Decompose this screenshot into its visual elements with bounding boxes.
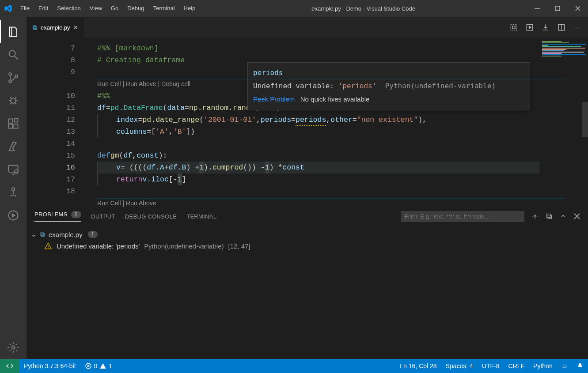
tab-example-py[interactable]: ⧉ example.py ✕ — [27, 17, 85, 38]
menu-view[interactable]: View — [85, 0, 106, 17]
debug-icon[interactable] — [0, 89, 27, 112]
panel-tab-debug-console[interactable]: DEBUG CONSOLE — [125, 213, 177, 220]
hover-tooltip: periods Undefined variable: 'periods' Py… — [247, 62, 530, 110]
code-line[interactable]: #%% [markdown] — [97, 42, 159, 54]
status-encoding[interactable]: UTF-8 — [478, 362, 504, 369]
chevron-down-icon: ⌄ — [31, 230, 37, 238]
menu-help[interactable]: Help — [179, 0, 200, 17]
vscode-logo-icon — [0, 4, 16, 13]
menu-go[interactable]: Go — [106, 0, 123, 17]
notifications-bell-icon[interactable] — [572, 362, 588, 369]
svg-rect-17 — [512, 26, 515, 29]
svg-rect-10 — [14, 118, 18, 122]
minimap[interactable] — [539, 38, 588, 207]
status-indent[interactable]: Spaces: 4 — [441, 362, 478, 369]
svg-rect-16 — [511, 24, 517, 30]
status-line-col[interactable]: Ln 16, Col 28 — [395, 362, 441, 369]
line-number: 18 — [27, 185, 88, 197]
problems-file-row[interactable]: ⌄ ⧉ example.py 1 — [29, 229, 585, 240]
show-variables-icon[interactable] — [510, 23, 518, 31]
line-number: 11 — [27, 102, 88, 114]
code-line[interactable]: index=pd.date_range('2001-01-01', period… — [97, 114, 427, 126]
status-python-env[interactable]: Python 3.7.3 64-bit — [19, 362, 80, 369]
menu-terminal[interactable]: Terminal — [148, 0, 179, 17]
menu-bar: File Edit Selection View Go Debug Termin… — [16, 0, 200, 17]
panel-tab-terminal[interactable]: TERMINAL — [186, 213, 216, 220]
code-line[interactable]: columns=['A', 'B']) — [97, 126, 195, 138]
code-lens[interactable]: Run Cell | Run Above | Debug cell — [97, 78, 190, 90]
main-area: ⧉ example.py ✕ ··· 789101112131415161718… — [27, 17, 588, 359]
problem-message: Undefined variable: 'periods' — [57, 242, 140, 250]
code-line[interactable]: #%% — [97, 90, 110, 102]
problems-count-badge: 1 — [71, 211, 81, 218]
bottom-panel: PROBLEMS 1 OUTPUT DEBUG CONSOLE TERMINAL… — [27, 207, 588, 359]
code-lens[interactable]: Run Cell | Run Above — [97, 197, 156, 207]
source-control-icon[interactable] — [0, 66, 27, 89]
tab-close-icon[interactable]: ✕ — [73, 24, 78, 31]
code-line[interactable]: def gm(df, const): — [97, 150, 167, 162]
panel-tab-bar: PROBLEMS 1 OUTPUT DEBUG CONSOLE TERMINAL — [27, 207, 588, 226]
feedback-smiley-icon[interactable]: ☺ — [557, 362, 572, 369]
line-number: 12 — [27, 114, 88, 126]
minimize-button[interactable] — [527, 0, 547, 17]
title-bar: File Edit Selection View Go Debug Termin… — [0, 0, 588, 17]
search-icon[interactable] — [0, 43, 27, 66]
code-line[interactable]: # Creating dataframe — [97, 54, 185, 66]
line-number: 7 — [27, 42, 88, 54]
status-eol[interactable]: CRLF — [504, 362, 529, 369]
azure-icon[interactable] — [0, 135, 27, 158]
status-bar: Python 3.7.3 64-bit 0 1 Ln 16, Col 28 Sp… — [0, 359, 588, 373]
line-number: 14 — [27, 138, 88, 150]
problems-filter-input[interactable] — [401, 211, 524, 222]
peek-problem-link[interactable]: Peek Problem — [253, 95, 295, 103]
line-number: 16 — [27, 162, 88, 173]
settings-gear-icon[interactable] — [0, 336, 27, 359]
menu-debug[interactable]: Debug — [123, 0, 148, 17]
extensions-icon[interactable] — [0, 112, 27, 135]
hover-source: Python(undefined-variable) — [381, 82, 496, 90]
svg-rect-22 — [548, 215, 551, 219]
svg-point-2 — [9, 51, 15, 57]
filter-settings-icon[interactable] — [531, 213, 539, 220]
remote-explorer-icon[interactable] — [0, 158, 27, 181]
problems-file-badge: 1 — [88, 231, 98, 238]
maximize-button[interactable] — [547, 0, 568, 17]
editor-wrap: 78910111213141516171819 #%% [markdown]# … — [27, 38, 588, 207]
status-errors-warnings[interactable]: 0 1 — [80, 362, 117, 369]
svg-rect-9 — [14, 124, 18, 128]
svg-point-4 — [9, 80, 11, 83]
svg-rect-0 — [535, 8, 540, 9]
panel-tab-problems[interactable]: PROBLEMS 1 — [34, 211, 81, 222]
run-all-cells-icon[interactable] — [526, 23, 534, 31]
import-notebook-icon[interactable] — [542, 23, 550, 31]
gitlens-icon[interactable] — [0, 181, 27, 204]
collapse-all-icon[interactable] — [546, 213, 553, 220]
svg-point-20 — [534, 215, 536, 217]
remote-indicator[interactable] — [0, 359, 19, 373]
svg-point-3 — [9, 73, 11, 75]
python-file-icon: ⧉ — [40, 230, 45, 238]
problem-item[interactable]: Undefined variable: 'periods' Python(und… — [29, 240, 585, 252]
live-share-icon[interactable] — [0, 204, 27, 227]
explorer-icon[interactable] — [0, 20, 27, 43]
hover-title: periods — [253, 68, 283, 77]
menu-file[interactable]: File — [16, 0, 34, 17]
scrollbar-thumb[interactable] — [582, 102, 588, 137]
panel-maximize-icon[interactable] — [560, 213, 567, 220]
more-actions-icon[interactable]: ··· — [573, 24, 581, 31]
problem-source: Python(undefined-variable) — [144, 242, 224, 250]
split-editor-icon[interactable] — [558, 23, 565, 31]
code-editor[interactable]: 78910111213141516171819 #%% [markdown]# … — [27, 38, 588, 207]
svg-point-5 — [15, 75, 18, 78]
code-line[interactable]: return v.iloc[-1] — [97, 173, 186, 185]
menu-selection[interactable]: Selection — [53, 0, 85, 17]
no-quick-fixes-label: No quick fixes available — [300, 95, 370, 103]
hover-message: Undefined variable: 'periods' — [253, 82, 376, 90]
close-button[interactable] — [568, 0, 588, 17]
menu-edit[interactable]: Edit — [34, 0, 53, 17]
tab-label: example.py — [41, 24, 70, 31]
status-language[interactable]: Python — [529, 362, 557, 369]
panel-tab-output[interactable]: OUTPUT — [91, 213, 115, 220]
panel-close-icon[interactable] — [574, 213, 580, 219]
code-line[interactable]: v = ((((df.A + df.B) + 1).cumprod()) - 1… — [97, 162, 566, 173]
